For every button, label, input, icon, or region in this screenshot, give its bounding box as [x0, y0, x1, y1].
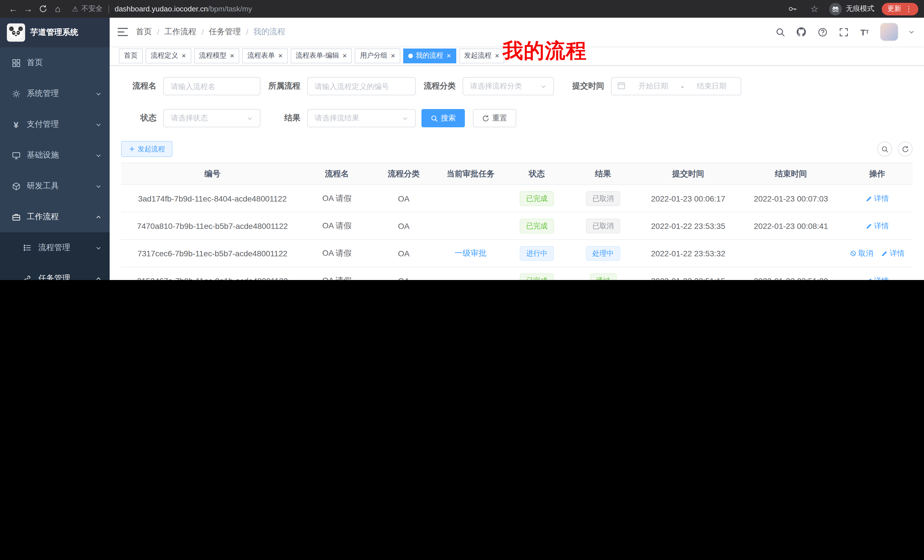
cell-id: 7317cec6-7b9b-11ec-b5b7-acde48001122: [121, 240, 304, 267]
search-button-label: 搜索: [441, 113, 456, 123]
hamburger-icon[interactable]: [110, 18, 136, 46]
reload-icon[interactable]: [35, 1, 50, 16]
browser-menu-icon[interactable]: ⋮: [905, 4, 913, 13]
sidebar-item-system[interactable]: 系统管理: [0, 78, 110, 109]
cell-current-task: [438, 212, 504, 240]
tab-label: 首页: [124, 51, 138, 60]
avatar-caret-icon[interactable]: [908, 28, 915, 35]
bookmark-star-icon[interactable]: ☆: [807, 1, 822, 16]
tab-7[interactable]: 发起流程×: [459, 48, 504, 63]
row-action-detail[interactable]: 详情: [881, 248, 904, 258]
tab-1[interactable]: 流程定义×: [146, 48, 191, 63]
cell-end-time: 2022-01-23 00:07:03: [740, 185, 842, 212]
tab-4[interactable]: 流程表单-编辑×: [291, 48, 352, 63]
select-placeholder: 请选择流结果: [315, 113, 359, 123]
tab-close-icon[interactable]: ×: [278, 52, 282, 59]
sidebar-item-task-mgmt[interactable]: 任务管理: [0, 263, 110, 280]
key-icon[interactable]: [784, 1, 800, 16]
tab-close-icon[interactable]: ×: [230, 52, 234, 59]
cell-current-task: [438, 267, 504, 280]
calendar-icon: [617, 81, 626, 91]
incognito-chip: 无痕模式: [829, 3, 874, 15]
filter-label-definition: 所属流程: [260, 81, 307, 91]
submit-time-range-picker[interactable]: 开始日期 - 结束日期: [611, 77, 741, 95]
fullscreen-icon[interactable]: [838, 26, 849, 38]
sidebar-item-workflow[interactable]: 工作流程: [0, 202, 110, 232]
status-select[interactable]: 请选择状态: [164, 109, 260, 127]
address-bar[interactable]: dashboard.yudao.iocoder.cn/bpm/task/my: [114, 4, 252, 13]
table-body: 3ad174fb-7b9d-11ec-8404-acde48001122OA 请…: [121, 185, 913, 280]
sidebar-item-label: 首页: [27, 58, 102, 68]
row-action-detail[interactable]: 详情: [866, 276, 889, 280]
tab-2[interactable]: 流程模型×: [194, 48, 239, 63]
help-icon[interactable]: [817, 26, 828, 38]
tab-close-icon[interactable]: ×: [343, 52, 347, 59]
category-select[interactable]: 请选择流程分类: [463, 77, 554, 95]
cell-status: 进行中: [504, 240, 570, 267]
breadcrumb-item[interactable]: 工作流程: [165, 27, 196, 37]
result-select[interactable]: 请选择流结果: [307, 109, 416, 127]
process-definition-input[interactable]: [307, 77, 416, 95]
row-action-detail[interactable]: 详情: [866, 193, 889, 204]
select-placeholder: 请选择流程分类: [470, 81, 522, 91]
process-name-input[interactable]: [164, 77, 260, 95]
tab-close-icon[interactable]: ×: [447, 52, 451, 59]
font-size-icon[interactable]: TT: [859, 26, 870, 38]
refresh-icon[interactable]: [898, 142, 913, 156]
breadcrumb-item[interactable]: 首页: [136, 27, 152, 37]
breadcrumb-separator: /: [157, 27, 159, 36]
sidebar-item-infrastructure[interactable]: 基础设施: [0, 140, 110, 171]
tab-close-icon[interactable]: ×: [495, 52, 499, 59]
sidebar-item-devtools[interactable]: 研发工具: [0, 171, 110, 202]
cell-name: OA 请假: [304, 267, 370, 280]
app-logo[interactable]: 芋道管理系统: [0, 18, 110, 47]
dashboard-icon: [11, 58, 21, 67]
cell-id: 3ad174fb-7b9d-11ec-8404-acde48001122: [121, 185, 304, 212]
status-tag: 处理中: [586, 246, 620, 261]
row-action-detail[interactable]: 详情: [866, 221, 889, 231]
cell-name: OA 请假: [304, 240, 370, 267]
cell-category: OA: [370, 240, 438, 267]
search-button[interactable]: 搜索: [422, 109, 465, 127]
cell-submit-time: 2022-01-22 23:53:32: [636, 240, 740, 267]
security-label: 不安全: [81, 4, 102, 14]
tab-close-icon[interactable]: ×: [391, 52, 395, 59]
col-header-category: 流程分类: [370, 163, 438, 185]
tab-close-icon[interactable]: ×: [182, 52, 186, 59]
forward-icon[interactable]: →: [21, 1, 35, 16]
tab-3[interactable]: 流程表单×: [242, 48, 288, 63]
col-header-name: 流程名: [304, 163, 370, 185]
security-chip[interactable]: ⚠ 不安全: [72, 4, 102, 14]
update-label: 更新: [888, 4, 901, 14]
search-icon[interactable]: [774, 26, 786, 38]
tab-6[interactable]: 我的流程×: [403, 48, 456, 63]
chevron-down-icon: [95, 121, 102, 127]
tab-label: 流程表单: [247, 51, 274, 60]
col-header-end-time: 结束时间: [740, 163, 842, 185]
sidebar-item-payment[interactable]: ¥ 支付管理: [0, 109, 110, 140]
tab-label: 流程模型: [199, 51, 226, 60]
row-action-cancel[interactable]: 取消: [850, 248, 873, 258]
breadcrumb-item[interactable]: 任务管理: [209, 27, 241, 37]
tab-0[interactable]: 首页: [119, 48, 143, 63]
table-row: 7317cec6-7b9b-11ec-b5b7-acde48001122OA 请…: [121, 240, 913, 267]
avatar[interactable]: [880, 23, 898, 41]
create-process-button[interactable]: 发起流程: [121, 141, 172, 157]
workflow-submenu: 流程管理 任务管理 我的流程 待办任务 已: [0, 232, 110, 280]
github-icon[interactable]: [795, 26, 807, 38]
reset-button[interactable]: 重置: [473, 109, 516, 127]
cell-status: 已完成: [504, 185, 570, 212]
tab-5[interactable]: 用户分组×: [355, 48, 400, 63]
sidebar-item-process-mgmt[interactable]: 流程管理: [0, 232, 110, 263]
sidebar-item-label: 系统管理: [27, 88, 89, 99]
cell-id: 2152467e-7b9b-11ec-9a1b-acde48001122: [121, 267, 304, 280]
home-icon[interactable]: ⌂: [50, 1, 65, 16]
col-header-current-task: 当前审批任务: [438, 163, 504, 185]
back-icon[interactable]: ←: [6, 1, 21, 16]
toggle-search-icon[interactable]: [877, 142, 892, 156]
cell-actions: 取消详情: [842, 240, 913, 267]
sidebar-item-home[interactable]: 首页: [0, 47, 110, 78]
update-button[interactable]: 更新 ⋮: [882, 3, 918, 15]
current-task-link[interactable]: 一级审批: [454, 248, 486, 257]
date-start-placeholder: 开始日期: [630, 81, 677, 91]
